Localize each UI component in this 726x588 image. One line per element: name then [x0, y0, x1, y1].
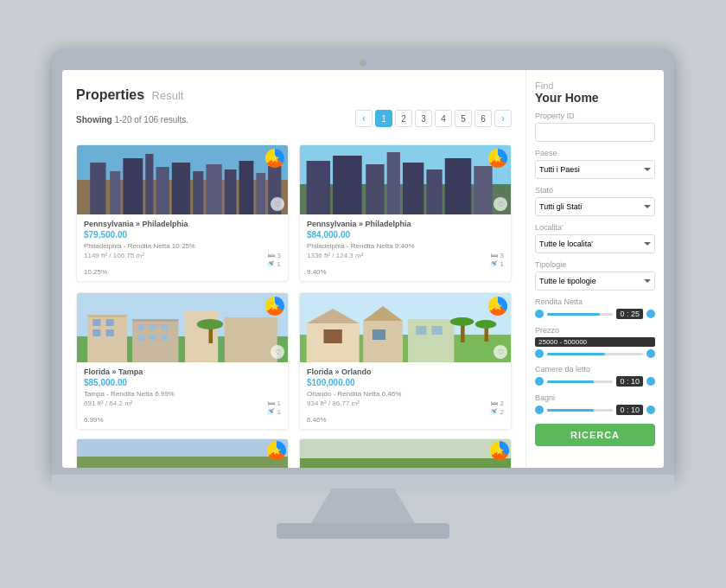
tipologie-select[interactable]: Tutte le tipologie	[535, 272, 655, 291]
stato-select[interactable]: Tutti gli Stati	[535, 197, 655, 216]
property-specs-2: 1336 ft² / 124.3 m² 🛏 3 🚿 1	[307, 252, 504, 268]
property-card-5-partial[interactable]: ⭐	[76, 438, 289, 468]
svg-rect-62	[300, 458, 511, 468]
svg-rect-29	[106, 319, 114, 326]
localita-select[interactable]: Tutte le localita'	[535, 234, 655, 253]
camere-value: 0 : 10	[616, 376, 643, 387]
rendita-max-handle[interactable]	[646, 310, 655, 318]
svg-rect-12	[256, 173, 265, 214]
prezzo-fill	[547, 353, 605, 355]
property-card-6-partial[interactable]: ⭐	[299, 438, 512, 468]
prezzo-min-handle[interactable]	[535, 349, 544, 358]
camere-min-handle[interactable]	[535, 377, 544, 386]
property-image-4: ⭐ ♡	[300, 293, 511, 362]
rendita-fill	[547, 313, 600, 316]
badge-icon-5: ⭐	[267, 441, 286, 460]
property-info-4: Florida » Orlando $100,000.00 Orlando - …	[300, 362, 511, 429]
beds-icon-4: 🛏 2	[491, 399, 504, 407]
camere-max-handle[interactable]	[646, 377, 655, 386]
monitor-stand-top	[311, 489, 415, 523]
svg-rect-52	[408, 319, 454, 362]
property-desc-2: Philadelphia - Rendita Netta 9.40%	[307, 242, 504, 250]
rendita-min-handle[interactable]	[535, 310, 544, 318]
prezzo-value: 25000 - 500000	[535, 337, 655, 347]
paese-select[interactable]: Tutti i Paesi	[535, 160, 655, 179]
rendita-label: Rendita Netta	[535, 297, 655, 306]
svg-rect-7	[172, 163, 190, 214]
stato-label: Stato	[535, 186, 655, 195]
property-card-4[interactable]: ⭐ ♡ Florida » Orlando $100,000.00 Orland…	[299, 292, 512, 430]
svg-rect-4	[123, 158, 143, 214]
partial-row: ⭐ ⭐	[76, 438, 512, 468]
beds-icon-3: 🛏 1	[268, 399, 281, 407]
badge-icon-4: ⭐	[488, 297, 507, 316]
badge-icon-6: ⭐	[490, 441, 509, 460]
pagination-next[interactable]: ›	[494, 110, 512, 127]
page-title: Properties Result	[76, 87, 512, 103]
svg-rect-34	[137, 324, 144, 330]
sidebar: Find Your Home Property ID Paese Tutti i…	[525, 70, 664, 468]
pagination-page-1[interactable]: 1	[375, 110, 392, 127]
property-id-input[interactable]	[535, 123, 655, 142]
pagination-page-5[interactable]: 5	[455, 110, 472, 127]
svg-rect-36	[162, 324, 169, 330]
svg-rect-55	[461, 323, 465, 342]
pagination-page-3[interactable]: 3	[415, 110, 432, 127]
bagni-track	[547, 409, 613, 412]
main-content: Properties Result Showing 1-20 of 106 re…	[62, 70, 525, 468]
badge-icon-2: ⭐	[488, 149, 507, 168]
sidebar-find-label: Find Your Home	[535, 80, 655, 105]
pagination-page-4[interactable]: 4	[435, 110, 452, 127]
property-location-4: Florida » Orlando	[307, 368, 504, 376]
like-btn-2[interactable]: ♡	[494, 197, 507, 211]
svg-rect-3	[110, 171, 120, 214]
svg-point-43	[197, 319, 224, 329]
like-btn-1[interactable]: ♡	[271, 197, 284, 211]
showing-range: 1-20 of 106 results.	[114, 115, 188, 125]
svg-rect-23	[474, 166, 492, 214]
svg-rect-38	[150, 335, 156, 341]
svg-point-56	[450, 317, 474, 326]
property-price-2: $84,000.00	[307, 230, 504, 240]
property-info-2: Pennsylvania » Philadelphia $84,000.00 P…	[300, 214, 511, 281]
yield-4: 6.46%	[307, 416, 504, 424]
svg-rect-31	[106, 329, 114, 336]
svg-rect-54	[432, 326, 443, 335]
like-btn-4[interactable]: ♡	[494, 345, 507, 359]
pagination-page-6[interactable]: 6	[474, 110, 492, 127]
specs-text-3: 691 ft² / 64.2 m²	[84, 399, 132, 407]
prezzo-max-handle[interactable]	[646, 349, 655, 358]
svg-rect-49	[363, 321, 403, 362]
bagni-fill	[547, 409, 594, 412]
pagination-page-2[interactable]: 2	[395, 110, 412, 127]
svg-rect-22	[445, 158, 472, 214]
search-button[interactable]: RICERCA	[535, 424, 655, 446]
spec-icons-4: 🛏 2 🚿 2	[489, 399, 504, 416]
bagni-label: Bagni	[535, 393, 655, 402]
specs-text-2: 1336 ft² / 124.3 m²	[307, 252, 363, 259]
property-price-4: $100,000.00	[307, 378, 504, 387]
monitor-chin	[52, 475, 674, 489]
bagni-min-handle[interactable]	[535, 406, 544, 414]
bagni-max-handle[interactable]	[646, 406, 655, 414]
pagination-prev[interactable]: ‹	[355, 110, 373, 127]
beds-icon-2: 🛏 3	[491, 252, 504, 259]
svg-rect-28	[92, 319, 100, 326]
svg-rect-2	[90, 163, 105, 214]
rendita-slider-row: 0 : 25	[535, 309, 655, 319]
svg-rect-27	[87, 315, 127, 317]
title-text: Properties	[76, 87, 144, 102]
camere-slider-row: 0 : 10	[535, 376, 655, 387]
property-card-2[interactable]: ⭐ ♡ Pennsylvania » Philadelphia $84,000.…	[299, 144, 512, 282]
svg-rect-18	[366, 164, 384, 214]
property-card-1[interactable]: ⭐ ♡ Pennsylvania » Philadelphia $79,500.…	[76, 144, 289, 282]
property-card-3[interactable]: ⭐ ♡ Florida » Tampa $85,000.00 Tampa - R…	[76, 292, 289, 430]
pagination: ‹ 1 2 3 4 5 6 ›	[355, 110, 512, 127]
like-btn-3[interactable]: ♡	[271, 345, 284, 359]
monitor-stand-base	[277, 523, 449, 539]
svg-rect-41	[225, 317, 277, 362]
baths-icon-2: 🚿 1	[489, 260, 504, 268]
property-image-2: ⭐ ♡	[300, 145, 511, 214]
property-info-1: Pennsylvania » Philadelphia $79,500.00 P…	[77, 214, 288, 281]
svg-rect-51	[373, 329, 385, 340]
